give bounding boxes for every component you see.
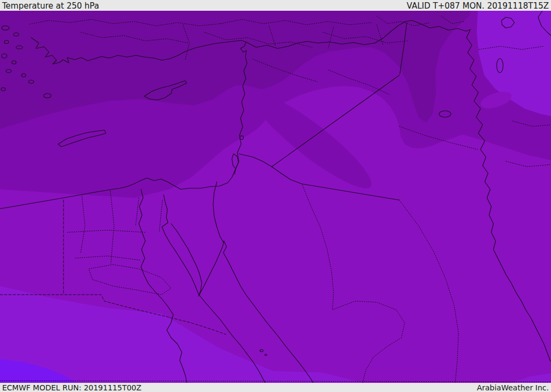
weather-chart-window: Temperature at 250 hPa VALID T+087 MON. … bbox=[0, 0, 551, 392]
footer-bar: ECMWF MODEL RUN: 20191115T00Z ArabiaWeat… bbox=[0, 383, 551, 392]
map-area bbox=[0, 11, 551, 383]
chart-title: Temperature at 250 hPa bbox=[2, 2, 99, 11]
credit-label: ArabiaWeather Inc. bbox=[477, 384, 549, 391]
weather-map bbox=[0, 11, 551, 383]
model-run-label: ECMWF MODEL RUN: 20191115T00Z bbox=[2, 384, 142, 391]
valid-time-label: VALID T+087 MON. 20191118T15Z bbox=[407, 2, 549, 11]
temperature-shading bbox=[0, 11, 551, 383]
header-bar: Temperature at 250 hPa VALID T+087 MON. … bbox=[0, 0, 551, 11]
